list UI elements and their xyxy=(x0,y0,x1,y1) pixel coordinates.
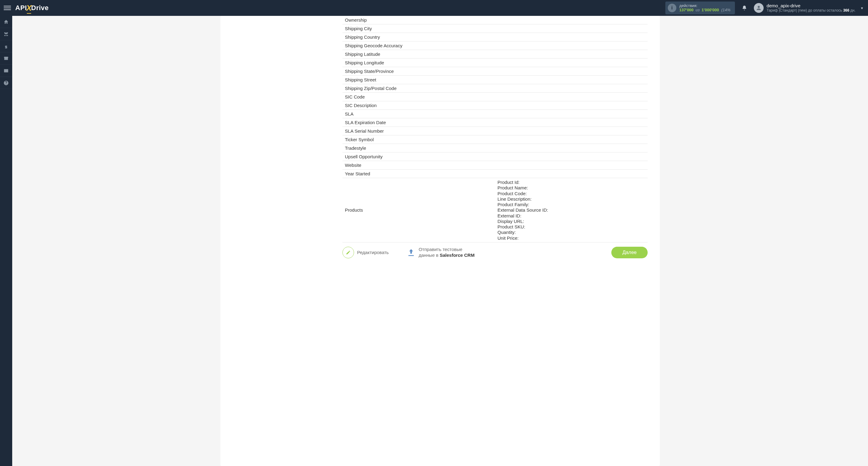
pencil-icon xyxy=(342,247,354,258)
product-line: Product Code: xyxy=(497,191,645,196)
field-label: SLA xyxy=(342,111,495,116)
header-bar: APIXDrive i действия: 137'000 из 1'000'0… xyxy=(0,0,868,16)
user-tariff: Тариф |Стандарт| (new) до оплаты осталос… xyxy=(767,8,856,12)
sidebar-item-tools[interactable] xyxy=(0,53,12,65)
field-row: Shipping Country xyxy=(342,33,648,41)
actions-numbers: 137'000 из 1'000'000 (14% xyxy=(679,8,731,12)
sidebar-item-contacts[interactable] xyxy=(0,65,12,77)
field-label: SIC Description xyxy=(342,103,495,108)
product-line: External Data Source ID: xyxy=(497,207,645,212)
fields-table: OwnershipShipping CityShipping CountrySh… xyxy=(342,16,648,242)
main-content: OwnershipShipping CityShipping CountrySh… xyxy=(12,16,868,466)
product-line: External ID: xyxy=(497,213,645,219)
product-line: Product Id: xyxy=(497,179,645,185)
sidebar-item-connections[interactable] xyxy=(0,28,12,40)
field-row: Shipping Street xyxy=(342,76,648,84)
product-line: Line Description: xyxy=(497,196,645,202)
field-label: Upsell Opportunity xyxy=(342,154,495,159)
edit-label: Редактировать xyxy=(357,250,389,255)
chevron-down-icon[interactable]: ▾ xyxy=(861,6,863,10)
field-label: Shipping Zip/Postal Code xyxy=(342,86,495,91)
field-row-products: ProductsProduct Id:Product Name:Product … xyxy=(342,178,648,242)
field-label: Year Started xyxy=(342,171,495,176)
edit-button[interactable]: Редактировать xyxy=(342,247,389,258)
field-row: Website xyxy=(342,161,648,170)
field-label: Shipping Country xyxy=(342,34,495,40)
product-line: Product Family: xyxy=(497,202,645,207)
actions-label: действия: xyxy=(679,4,731,8)
field-label: Website xyxy=(342,163,495,168)
logo[interactable]: APIXDrive xyxy=(15,3,49,13)
footer-bar: Редактировать Отправить тестовые данные … xyxy=(342,242,648,258)
product-line: Product SKU: xyxy=(497,224,645,229)
field-label: Ticker Symbol xyxy=(342,137,495,142)
field-row: Ticker Symbol xyxy=(342,135,648,144)
field-label: SIC Code xyxy=(342,94,495,99)
hamburger-menu-icon[interactable] xyxy=(4,4,11,11)
field-row: Shipping Zip/Postal Code xyxy=(342,84,648,93)
sidebar-item-home[interactable] xyxy=(0,16,12,28)
field-row: Shipping Latitude xyxy=(342,50,648,59)
field-label: Products xyxy=(342,207,495,212)
field-label: Shipping State/Province xyxy=(342,69,495,74)
upload-icon xyxy=(406,248,416,257)
user-name: demo_apix-drive xyxy=(767,3,856,8)
field-label: Ownership xyxy=(342,18,495,23)
sidebar xyxy=(0,16,12,466)
field-value-products: Product Id:Product Name:Product Code:Lin… xyxy=(495,179,648,241)
info-icon: i xyxy=(668,4,676,12)
field-row: Tradestyle xyxy=(342,144,648,153)
user-menu[interactable]: demo_apix-drive Тариф |Стандарт| (new) д… xyxy=(754,3,856,13)
field-row: Shipping City xyxy=(342,24,648,33)
field-label: Shipping Geocode Accuracy xyxy=(342,43,495,48)
field-row: SIC Description xyxy=(342,101,648,110)
sidebar-item-billing[interactable] xyxy=(0,40,12,53)
panel: OwnershipShipping CityShipping CountrySh… xyxy=(220,16,660,466)
field-label: Shipping Latitude xyxy=(342,52,495,57)
field-row: Upsell Opportunity xyxy=(342,153,648,161)
field-row: SIC Code xyxy=(342,93,648,101)
notifications-bell-icon[interactable] xyxy=(738,2,751,14)
product-line: Unit Price: xyxy=(497,235,645,241)
field-label: SLA Expiration Date xyxy=(342,120,495,125)
sidebar-item-help[interactable] xyxy=(0,77,12,89)
send-test-button[interactable]: Отправить тестовые данные в Salesforce C… xyxy=(406,247,474,258)
field-row: Shipping Geocode Accuracy xyxy=(342,41,648,50)
field-row: SLA Expiration Date xyxy=(342,118,648,127)
field-row: Shipping State/Province xyxy=(342,67,648,76)
next-button[interactable]: Далее xyxy=(611,247,648,258)
field-row: Shipping Longitude xyxy=(342,59,648,67)
field-label: Tradestyle xyxy=(342,145,495,151)
field-row: SLA Serial Number xyxy=(342,127,648,135)
field-label: Shipping Longitude xyxy=(342,60,495,65)
actions-usage-pill[interactable]: i действия: 137'000 из 1'000'000 (14% xyxy=(665,2,735,14)
field-row: Year Started xyxy=(342,170,648,178)
field-row: SLA xyxy=(342,110,648,118)
product-line: Quantity: xyxy=(497,230,645,235)
avatar xyxy=(754,3,764,13)
field-label: Shipping Street xyxy=(342,77,495,82)
product-line: Product Name: xyxy=(497,185,645,190)
field-label: Shipping City xyxy=(342,26,495,31)
product-line: Display URL: xyxy=(497,219,645,224)
field-label: SLA Serial Number xyxy=(342,128,495,134)
send-test-label: Отправить тестовые данные в Salesforce C… xyxy=(419,247,474,258)
field-row: Ownership xyxy=(342,16,648,24)
